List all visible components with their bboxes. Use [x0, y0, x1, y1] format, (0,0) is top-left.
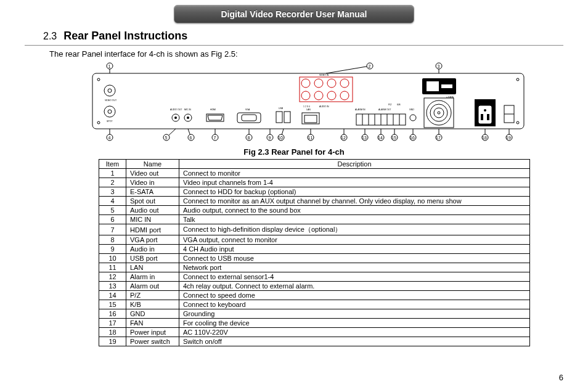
svg-point-6: [108, 89, 112, 92]
cell-name: Power input: [126, 328, 179, 337]
cell-desc: 4 CH Audio input: [179, 245, 530, 254]
svg-point-22: [174, 116, 177, 119]
cell-item: 2: [99, 178, 126, 187]
cell-item: 4: [99, 197, 126, 206]
svg-point-41: [410, 115, 416, 121]
cell-name: Audio in: [126, 245, 179, 254]
svg-rect-27: [237, 113, 261, 123]
cell-name: Spot out: [126, 197, 179, 206]
cell-item: 6: [99, 215, 126, 224]
svg-rect-29: [276, 112, 282, 123]
svg-rect-42: [424, 98, 454, 128]
th-item: Item: [99, 160, 126, 169]
cell-name: Power switch: [126, 337, 179, 346]
cell-desc: Talk: [179, 215, 530, 224]
header-badge: Digital Video Recorder User Manual: [174, 5, 414, 23]
callout-6: 6: [190, 136, 192, 140]
cell-desc: Video input channels from 1-4: [179, 178, 530, 187]
svg-rect-48: [478, 105, 492, 124]
cell-desc: For cooling the device: [179, 319, 530, 328]
callout-3: 3: [438, 64, 440, 68]
svg-point-16: [340, 79, 349, 88]
cell-desc: Switch on/off: [179, 337, 530, 346]
label-vga: VGA: [245, 108, 250, 111]
table-row: 11LANNetwork port: [99, 263, 530, 272]
cell-item: 16: [99, 309, 126, 319]
callout-7: 7: [214, 136, 216, 140]
cell-desc: AC 110V-220V: [179, 328, 530, 337]
label-usb: USB: [279, 107, 284, 110]
table-row: 4Spot outConnect to monitor as an AUX ou…: [99, 197, 530, 206]
label-spot: SPOT: [107, 120, 113, 123]
callout-2: 2: [369, 64, 371, 68]
cell-desc: Connect to external sensor1-4: [179, 272, 530, 282]
cell-name: Alarm out: [126, 282, 179, 291]
cell-name: K/B: [126, 300, 179, 309]
cell-item: 5: [99, 206, 126, 215]
cell-name: P/Z: [126, 291, 179, 300]
label-nums: 1 2 3 4: [303, 105, 310, 108]
label-video-in: VIDEO IN: [319, 74, 329, 76]
svg-point-51: [484, 109, 486, 112]
callout-12: 12: [341, 136, 346, 140]
callout-18: 18: [482, 136, 487, 140]
cell-item: 17: [99, 319, 126, 328]
cell-desc: Connect to HDD for backup (optional): [179, 187, 530, 197]
table-row: 12Alarm inConnect to external sensor1-4: [99, 272, 530, 282]
cell-item: 18: [99, 328, 126, 337]
svg-point-20: [340, 91, 349, 100]
callout-1: 1: [108, 64, 111, 68]
cell-desc: 4ch relay output. Connect to external al…: [179, 282, 530, 291]
cell-desc: Connect to keyboard: [179, 300, 530, 309]
svg-point-15: [327, 79, 336, 88]
cell-desc: Connect to monitor: [179, 169, 530, 178]
callout-4: 4: [108, 136, 111, 140]
svg-rect-49: [481, 114, 483, 120]
figure-caption: Fig 2.3 Rear Panel for 4-ch: [25, 147, 563, 157]
cell-desc: Connect to speed dome: [179, 291, 530, 300]
table-row: 2Video inVideo input channels from 1-4: [99, 178, 530, 187]
cell-item: 15: [99, 300, 126, 309]
svg-line-56: [326, 66, 370, 73]
callout-19: 19: [506, 136, 511, 140]
th-name: Name: [126, 160, 179, 169]
table-row: 14P/ZConnect to speed dome: [99, 291, 530, 300]
svg-point-17: [301, 91, 310, 100]
callout-10: 10: [278, 136, 283, 140]
cell-item: 9: [99, 245, 126, 254]
table-row: 5Audio outAudio output, connect to the s…: [99, 206, 530, 215]
table-row: 8VGA portVGA output, connect to monitor: [99, 235, 530, 245]
section-number: 2.3: [43, 31, 57, 41]
table-row: 9Audio in4 CH Audio input: [99, 245, 530, 254]
th-desc: Description: [179, 160, 530, 169]
callout-17: 17: [436, 136, 441, 140]
cell-name: GND: [126, 309, 179, 319]
callout-15: 15: [391, 136, 396, 140]
svg-rect-11: [441, 84, 452, 88]
rear-panel-diagram: VIDEO OUT SPOT e-SATA VIDEO IN AUDIO IN …: [86, 62, 530, 145]
cell-desc: Grounding: [179, 309, 530, 319]
callout-14: 14: [378, 136, 383, 140]
label-audio-in: AUDIO IN: [319, 105, 329, 108]
intro-text: The rear Panel interface for 4-ch is sho…: [49, 49, 563, 59]
callout-13: 13: [362, 136, 367, 140]
table-row: 13Alarm out4ch relay output. Connect to …: [99, 282, 530, 291]
label-alarm-in: ALARM IN: [355, 108, 365, 111]
label-gnd: GND: [409, 108, 414, 111]
cell-name: USB port: [126, 254, 179, 263]
table-row: 19Power switchSwitch on/off: [99, 337, 530, 346]
section-title-text: Rear Panel Instructions: [63, 30, 187, 42]
cell-name: VGA port: [126, 235, 179, 245]
callout-9: 9: [269, 136, 271, 140]
table-row: 16GNDGrounding: [99, 309, 530, 319]
table-row: 15K/BConnect to keyboard: [99, 300, 530, 309]
table-row: 7HDMI portConnect to high-definition dis…: [99, 224, 530, 235]
cell-item: 8: [99, 235, 126, 245]
cell-item: 3: [99, 187, 126, 197]
cell-desc: Connect to high-definition display devic…: [179, 224, 530, 235]
cell-name: LAN: [126, 263, 179, 272]
cell-name: Video in: [126, 178, 179, 187]
svg-point-8: [108, 110, 112, 113]
cell-desc: VGA output, connect to monitor: [179, 235, 530, 245]
svg-point-19: [327, 91, 336, 100]
